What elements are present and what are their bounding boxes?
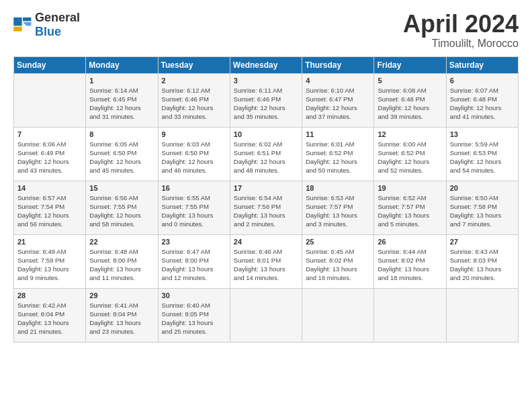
day-number: 6 xyxy=(450,77,515,85)
day-number: 30 xyxy=(162,291,226,300)
day-info: Sunrise: 6:05 AM Sunset: 6:50 PM Dayligh… xyxy=(89,140,154,175)
calendar-table: Sunday Monday Tuesday Wednesday Thursday… xyxy=(13,56,519,342)
table-row: 19Sunrise: 6:52 AM Sunset: 7:57 PM Dayli… xyxy=(374,181,446,234)
day-info: Sunrise: 6:53 AM Sunset: 7:57 PM Dayligh… xyxy=(306,193,370,229)
calendar-week-0: 1Sunrise: 6:14 AM Sunset: 6:45 PM Daylig… xyxy=(14,73,519,127)
table-row: 24Sunrise: 6:46 AM Sunset: 8:01 PM Dayli… xyxy=(230,234,302,288)
calendar-week-1: 7Sunrise: 6:06 AM Sunset: 6:49 PM Daylig… xyxy=(14,127,519,181)
table-row: 18Sunrise: 6:53 AM Sunset: 7:57 PM Dayli… xyxy=(302,181,374,234)
table-row: 16Sunrise: 6:55 AM Sunset: 7:55 PM Dayli… xyxy=(158,181,230,234)
title-block: April 2024 Timoulilt, Morocco xyxy=(403,11,519,50)
table-row xyxy=(302,288,374,342)
table-row: 23Sunrise: 6:47 AM Sunset: 8:00 PM Dayli… xyxy=(158,234,230,288)
logo: General Blue xyxy=(13,11,80,39)
table-row xyxy=(374,288,446,342)
table-row: 1Sunrise: 6:14 AM Sunset: 6:45 PM Daylig… xyxy=(86,73,158,127)
day-number: 12 xyxy=(378,130,442,138)
table-row: 13Sunrise: 5:59 AM Sunset: 6:53 PM Dayli… xyxy=(446,127,518,181)
day-info: Sunrise: 6:49 AM Sunset: 7:59 PM Dayligh… xyxy=(17,247,82,283)
day-info: Sunrise: 6:07 AM Sunset: 6:48 PM Dayligh… xyxy=(450,86,515,122)
day-number: 16 xyxy=(162,184,226,192)
table-row xyxy=(230,288,302,342)
day-number: 15 xyxy=(89,184,154,192)
day-number: 9 xyxy=(162,130,226,138)
day-number: 11 xyxy=(306,130,370,138)
day-number: 17 xyxy=(234,184,298,192)
day-number: 18 xyxy=(306,184,370,192)
table-row: 28Sunrise: 6:42 AM Sunset: 8:04 PM Dayli… xyxy=(14,288,86,342)
table-row: 6Sunrise: 6:07 AM Sunset: 6:48 PM Daylig… xyxy=(446,73,518,127)
day-number: 13 xyxy=(450,130,515,138)
svg-rect-3 xyxy=(13,27,21,32)
day-info: Sunrise: 6:42 AM Sunset: 8:04 PM Dayligh… xyxy=(17,301,82,336)
header-wednesday: Wednesday xyxy=(230,56,302,73)
day-number: 20 xyxy=(450,184,515,192)
header-thursday: Thursday xyxy=(302,56,374,73)
calendar-week-3: 21Sunrise: 6:49 AM Sunset: 7:59 PM Dayli… xyxy=(14,234,519,288)
day-info: Sunrise: 6:52 AM Sunset: 7:57 PM Dayligh… xyxy=(378,193,442,229)
day-number: 3 xyxy=(234,77,298,85)
day-info: Sunrise: 5:59 AM Sunset: 6:53 PM Dayligh… xyxy=(450,140,515,175)
day-info: Sunrise: 6:41 AM Sunset: 8:04 PM Dayligh… xyxy=(89,301,154,336)
day-info: Sunrise: 6:10 AM Sunset: 6:47 PM Dayligh… xyxy=(306,86,370,122)
table-row: 2Sunrise: 6:12 AM Sunset: 6:46 PM Daylig… xyxy=(158,73,230,127)
day-number: 21 xyxy=(17,238,82,246)
day-info: Sunrise: 6:14 AM Sunset: 6:45 PM Dayligh… xyxy=(89,86,154,122)
day-number: 19 xyxy=(378,184,442,192)
page-container: General Blue April 2024 Timoulilt, Moroc… xyxy=(0,0,532,349)
day-info: Sunrise: 6:00 AM Sunset: 6:52 PM Dayligh… xyxy=(378,140,442,175)
header-friday: Friday xyxy=(374,56,446,73)
table-row: 5Sunrise: 6:08 AM Sunset: 6:48 PM Daylig… xyxy=(374,73,446,127)
table-row: 27Sunrise: 6:43 AM Sunset: 8:03 PM Dayli… xyxy=(446,234,518,288)
day-number: 27 xyxy=(450,238,515,246)
day-info: Sunrise: 6:54 AM Sunset: 7:56 PM Dayligh… xyxy=(234,193,298,229)
day-info: Sunrise: 6:48 AM Sunset: 8:00 PM Dayligh… xyxy=(89,247,154,283)
day-info: Sunrise: 6:08 AM Sunset: 6:48 PM Dayligh… xyxy=(378,86,442,122)
day-number: 28 xyxy=(17,291,82,300)
header-tuesday: Tuesday xyxy=(158,56,230,73)
table-row: 21Sunrise: 6:49 AM Sunset: 7:59 PM Dayli… xyxy=(14,234,86,288)
day-number: 25 xyxy=(306,238,370,246)
day-number: 2 xyxy=(162,77,226,85)
table-row: 12Sunrise: 6:00 AM Sunset: 6:52 PM Dayli… xyxy=(374,127,446,181)
day-number: 7 xyxy=(17,130,82,138)
calendar-week-4: 28Sunrise: 6:42 AM Sunset: 8:04 PM Dayli… xyxy=(14,288,519,342)
table-row: 14Sunrise: 6:57 AM Sunset: 7:54 PM Dayli… xyxy=(14,181,86,234)
day-info: Sunrise: 6:45 AM Sunset: 8:02 PM Dayligh… xyxy=(306,247,370,283)
day-number: 4 xyxy=(306,77,370,85)
table-row: 17Sunrise: 6:54 AM Sunset: 7:56 PM Dayli… xyxy=(230,181,302,234)
day-number: 26 xyxy=(378,238,442,246)
day-info: Sunrise: 6:11 AM Sunset: 6:46 PM Dayligh… xyxy=(234,86,298,122)
location: Timoulilt, Morocco xyxy=(403,38,519,50)
table-row xyxy=(446,288,518,342)
table-row: 4Sunrise: 6:10 AM Sunset: 6:47 PM Daylig… xyxy=(302,73,374,127)
day-info: Sunrise: 6:46 AM Sunset: 8:01 PM Dayligh… xyxy=(234,247,298,283)
calendar-header-row: Sunday Monday Tuesday Wednesday Thursday… xyxy=(14,56,519,73)
logo-blue: Blue xyxy=(35,25,61,38)
calendar-week-2: 14Sunrise: 6:57 AM Sunset: 7:54 PM Dayli… xyxy=(14,181,519,234)
day-number: 1 xyxy=(89,77,154,85)
day-info: Sunrise: 6:01 AM Sunset: 6:52 PM Dayligh… xyxy=(306,140,370,175)
table-row: 11Sunrise: 6:01 AM Sunset: 6:52 PM Dayli… xyxy=(302,127,374,181)
day-number: 24 xyxy=(234,238,298,246)
day-info: Sunrise: 6:03 AM Sunset: 6:50 PM Dayligh… xyxy=(162,140,226,175)
day-number: 22 xyxy=(89,238,154,246)
calendar-body: 1Sunrise: 6:14 AM Sunset: 6:45 PM Daylig… xyxy=(14,73,519,342)
day-info: Sunrise: 6:06 AM Sunset: 6:49 PM Dayligh… xyxy=(17,140,82,175)
table-row: 15Sunrise: 6:56 AM Sunset: 7:55 PM Dayli… xyxy=(86,181,158,234)
table-row: 20Sunrise: 6:50 AM Sunset: 7:58 PM Dayli… xyxy=(446,181,518,234)
day-number: 10 xyxy=(234,130,298,138)
day-info: Sunrise: 6:02 AM Sunset: 6:51 PM Dayligh… xyxy=(234,140,298,175)
month-title: April 2024 xyxy=(403,11,519,38)
table-row: 25Sunrise: 6:45 AM Sunset: 8:02 PM Dayli… xyxy=(302,234,374,288)
day-number: 29 xyxy=(89,291,154,300)
day-info: Sunrise: 6:44 AM Sunset: 8:02 PM Dayligh… xyxy=(378,247,442,283)
table-row: 7Sunrise: 6:06 AM Sunset: 6:49 PM Daylig… xyxy=(14,127,86,181)
day-info: Sunrise: 6:56 AM Sunset: 7:55 PM Dayligh… xyxy=(89,193,154,229)
day-info: Sunrise: 6:43 AM Sunset: 8:03 PM Dayligh… xyxy=(450,247,515,283)
logo-icon xyxy=(13,17,32,32)
day-number: 23 xyxy=(162,238,226,246)
table-row: 9Sunrise: 6:03 AM Sunset: 6:50 PM Daylig… xyxy=(158,127,230,181)
day-info: Sunrise: 6:57 AM Sunset: 7:54 PM Dayligh… xyxy=(17,193,82,229)
day-info: Sunrise: 6:12 AM Sunset: 6:46 PM Dayligh… xyxy=(162,86,226,122)
